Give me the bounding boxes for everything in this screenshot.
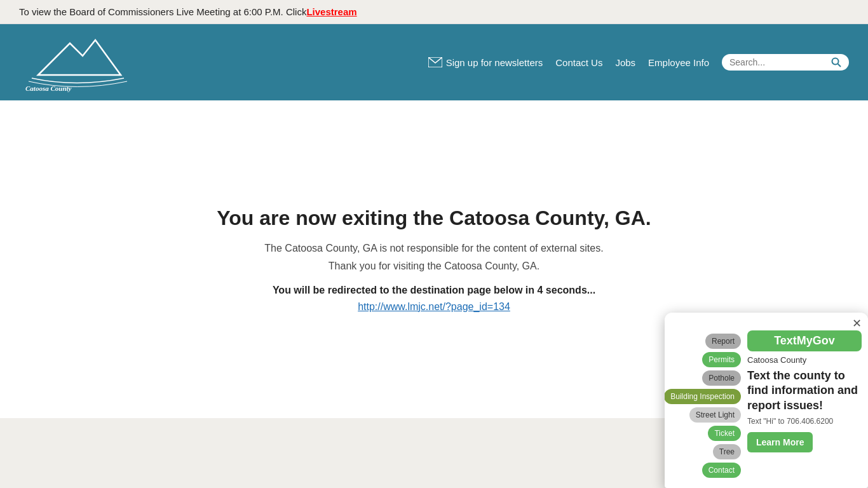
envelope-icon [428,57,442,67]
popup-subtext: Text "Hi" to 706.406.6200 [747,417,862,426]
popup-content: Report Permits Pothole Building Inspecti… [665,330,868,488]
bubble-streetlight: Street Light [689,407,741,423]
textmygov-popup: ✕ Report Permits Pothole Building Inspec… [665,313,868,488]
redirect-link[interactable]: http://www.lmjc.net/?page_id=134 [358,301,510,313]
popup-county-label: Catoosa County [747,355,862,365]
phone-mockup: Report Permits Pothole Building Inspecti… [671,330,741,478]
logo-area: Catoosa County GOVERNMENT [19,30,197,94]
bubble-building: Building Inspection [665,389,741,404]
search-box [722,54,849,71]
exit-title: You are now exiting the Catoosa County, … [217,207,651,230]
svg-point-5 [832,58,839,65]
bubble-ticket: Ticket [708,426,741,441]
exit-subtitle: The Catoosa County, GA is not responsibl… [264,243,603,254]
svg-marker-0 [38,40,121,75]
bubble-report: Report [705,334,741,349]
bubble-contact: Contact [702,463,741,478]
announcement-text: To view the Board of Commissioners Live … [19,6,306,17]
svg-text:Catoosa County: Catoosa County [25,85,72,92]
search-input[interactable] [729,57,831,67]
redirect-text: You will be redirected to the destinatio… [273,285,595,296]
popup-phone: 706.406.6200 [787,417,833,426]
svg-text:GOVERNMENT: GOVERNMENT [49,93,100,94]
announcement-bar: To view the Board of Commissioners Live … [0,0,868,24]
svg-line-6 [838,64,841,67]
bubble-tree: Tree [713,444,741,459]
popup-text-area: TextMyGov Catoosa County Text the county… [747,330,862,478]
site-logo[interactable]: Catoosa County GOVERNMENT [19,30,184,94]
jobs-link[interactable]: Jobs [615,57,635,68]
search-button[interactable] [831,57,841,67]
bubble-pothole: Pothole [702,370,741,386]
site-header: Catoosa County GOVERNMENT Sign up for ne… [0,24,868,100]
textmygov-brand: TextMyGov [747,330,862,351]
newsletter-label: Sign up for newsletters [446,57,543,68]
exit-thankyou: Thank you for visiting the Catoosa Count… [329,261,539,272]
popup-close-button[interactable]: ✕ [852,316,862,330]
popup-header: ✕ [665,313,868,330]
newsletter-link[interactable]: Sign up for newsletters [428,57,543,68]
popup-subtext-prefix: Text "Hi" to [747,417,787,426]
search-icon [831,57,841,67]
learn-more-button[interactable]: Learn More [747,432,813,452]
contact-us-link[interactable]: Contact Us [555,57,602,68]
employee-info-link[interactable]: Employee Info [648,57,709,68]
main-nav: Sign up for newsletters Contact Us Jobs … [197,54,849,71]
popup-headline: Text the county to find information and … [747,369,862,413]
livestream-link[interactable]: Livestream [306,6,356,17]
bubble-permits: Permits [702,352,741,367]
